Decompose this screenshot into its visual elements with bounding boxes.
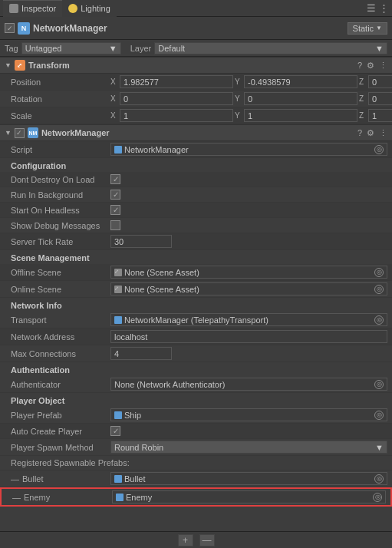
- bottom-toolbar: + —: [0, 531, 392, 548]
- script-ref[interactable]: NetworkManager ◎: [110, 143, 387, 156]
- rotation-x-input[interactable]: [120, 92, 233, 105]
- more-icon[interactable]: ⋮: [379, 2, 389, 14]
- networkmanager-icon: NM: [28, 127, 38, 138]
- tab-inspector[interactable]: Inspector: [3, 0, 62, 17]
- remove-component-button[interactable]: —: [199, 534, 215, 546]
- networkmanager-section-title: NetworkManager: [41, 128, 357, 137]
- online-scene-picker-icon[interactable]: ◎: [374, 285, 384, 294]
- bullet-ref[interactable]: Bullet ◎: [110, 472, 387, 485]
- network-addr-input[interactable]: [110, 330, 387, 343]
- offline-scene-ref[interactable]: ⤢ None (Scene Asset) ◎: [110, 266, 387, 279]
- max-conn-input[interactable]: [110, 347, 172, 360]
- scale-y-input[interactable]: [244, 109, 357, 122]
- registered-heading: Registered Spawnable Prefabs:: [0, 456, 392, 470]
- position-y-label: Y: [235, 78, 242, 86]
- dont-destroy-checkbox[interactable]: ✓: [110, 174, 120, 184]
- transport-icon: [114, 316, 122, 324]
- rotation-z-label: Z: [359, 94, 367, 103]
- authenticator-row: Authenticator None (Network Authenticato…: [0, 376, 392, 393]
- authenticator-picker-icon[interactable]: ◎: [374, 380, 384, 389]
- tab-lighting[interactable]: Lighting: [62, 0, 117, 17]
- show-debug-checkbox[interactable]: [110, 220, 120, 230]
- lighting-icon: [68, 4, 77, 13]
- bullet-value: Bullet: [124, 474, 372, 484]
- scale-x-input[interactable]: [120, 109, 233, 122]
- player-prefab-ref[interactable]: Ship ◎: [110, 408, 387, 421]
- run-bg-checkbox[interactable]: ✓: [110, 190, 120, 200]
- network-addr-label: Network Address: [11, 332, 110, 342]
- transport-label: Transport: [11, 315, 110, 325]
- remove-icon: —: [203, 535, 212, 546]
- enemy-value: Enemy: [126, 493, 371, 502]
- auto-create-checkbox[interactable]: ✓: [110, 426, 120, 436]
- scale-x-label: X: [110, 111, 118, 120]
- network-info-heading: Network Info: [0, 298, 392, 312]
- transform-icon: ⤢: [15, 60, 25, 71]
- dont-destroy-label: Dont Destroy On Load: [11, 175, 110, 184]
- server-tick-row: Server Tick Rate: [0, 233, 392, 250]
- enemy-ref[interactable]: Enemy ◎: [112, 490, 386, 503]
- bullet-dash-icon: —: [11, 474, 19, 484]
- bullet-row: — Bullet Bullet ◎: [0, 470, 392, 487]
- online-scene-ref[interactable]: ⤢ None (Scene Asset) ◎: [110, 282, 387, 295]
- add-icon: +: [183, 535, 188, 546]
- scene-mgmt-heading: Scene Management: [0, 250, 392, 264]
- static-badge[interactable]: Static ▼: [348, 22, 387, 35]
- spawn-method-row: Player Spawn Method Round Robin ▼: [0, 439, 392, 456]
- start-headless-checkbox[interactable]: ✓: [110, 205, 120, 215]
- tab-inspector-label: Inspector: [21, 4, 56, 13]
- offline-scene-picker-icon[interactable]: ◎: [374, 268, 384, 277]
- position-xyz: X Y Z: [110, 75, 392, 88]
- auth-heading: Authentication: [0, 362, 392, 376]
- max-conn-row: Max Connections: [0, 345, 392, 362]
- rotation-y-input[interactable]: [244, 92, 357, 105]
- bullet-picker-icon[interactable]: ◎: [374, 474, 384, 484]
- authenticator-ref[interactable]: None (Network Authenticator) ◎: [110, 378, 387, 391]
- rotation-xyz: X Y Z: [110, 92, 392, 105]
- enemy-picker-icon[interactable]: ◎: [373, 493, 382, 502]
- auto-create-row: Auto Create Player ✓: [0, 424, 392, 439]
- networkmanager-checkbox[interactable]: ✓: [15, 128, 25, 138]
- spawn-method-dropdown[interactable]: Round Robin ▼: [110, 441, 387, 454]
- add-component-button[interactable]: +: [178, 534, 193, 546]
- position-y-input[interactable]: [244, 75, 357, 88]
- networkmanager-settings-icon[interactable]: ⚙: [367, 128, 374, 138]
- networkmanager-section-header[interactable]: ▼ ✓ NM NetworkManager ? ⚙ ⋮: [0, 124, 392, 141]
- rotation-z-input[interactable]: [368, 92, 392, 105]
- script-picker-icon[interactable]: ◎: [374, 145, 384, 154]
- position-z-input[interactable]: [368, 75, 392, 88]
- transform-section-header[interactable]: ▼ ⤢ Transform ? ⚙ ⋮: [0, 57, 392, 74]
- player-prefab-picker-icon[interactable]: ◎: [374, 411, 384, 420]
- scale-z-input[interactable]: [368, 109, 392, 122]
- authenticator-label: Authenticator: [11, 380, 110, 389]
- tag-select[interactable]: Untagged ▼: [21, 42, 121, 54]
- transform-help-icon[interactable]: ?: [357, 61, 362, 71]
- bullet-dash-label: — Bullet: [11, 474, 110, 484]
- dont-destroy-row: Dont Destroy On Load ✓: [0, 172, 392, 187]
- menu-icon[interactable]: ☰: [367, 2, 376, 14]
- transport-ref[interactable]: NetworkManager (TelepathyTransport) ◎: [110, 313, 387, 326]
- enemy-row: — Enemy Enemy ◎: [0, 487, 392, 507]
- object-active-checkbox[interactable]: ✓: [5, 23, 15, 33]
- player-prefab-label: Player Prefab: [11, 411, 110, 420]
- position-z-label: Z: [359, 78, 367, 86]
- position-x-input[interactable]: [120, 75, 233, 88]
- transport-picker-icon[interactable]: ◎: [374, 315, 384, 325]
- layer-select[interactable]: Default ▼: [154, 42, 387, 54]
- online-scene-icon: ⤢: [114, 286, 122, 293]
- player-obj-heading: Player Object: [0, 393, 392, 407]
- static-chevron-icon: ▼: [376, 25, 382, 31]
- networkmanager-more-icon[interactable]: ⋮: [379, 128, 387, 138]
- rotation-x-label: X: [110, 94, 118, 103]
- server-tick-input[interactable]: [110, 235, 172, 248]
- transform-more-icon[interactable]: ⋮: [379, 61, 387, 71]
- networkmanager-help-icon[interactable]: ?: [357, 128, 362, 138]
- server-tick-label: Server Tick Rate: [11, 237, 110, 246]
- transform-settings-icon[interactable]: ⚙: [367, 61, 374, 71]
- show-debug-label: Show Debug Messages: [11, 221, 110, 230]
- player-prefab-value: Ship: [124, 411, 372, 420]
- offline-scene-icon: ⤢: [114, 269, 122, 276]
- offline-scene-label: Offline Scene: [11, 268, 110, 277]
- show-debug-row: Show Debug Messages: [0, 218, 392, 233]
- tab-lighting-label: Lighting: [81, 4, 110, 13]
